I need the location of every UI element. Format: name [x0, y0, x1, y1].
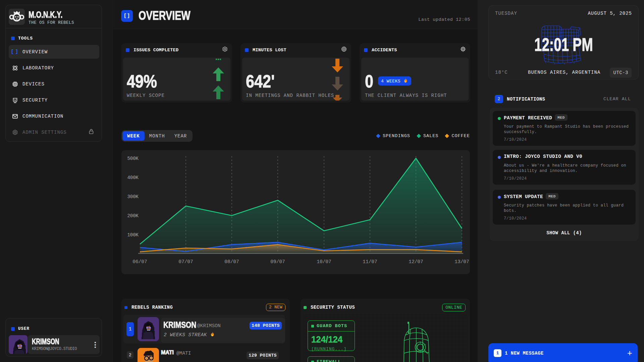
- svg-text:100K: 100K: [127, 232, 139, 238]
- svg-text:500K: 500K: [127, 156, 139, 161]
- svg-text:12/07: 12/07: [409, 259, 423, 264]
- svg-text:400K: 400K: [127, 175, 139, 180]
- svg-text:13/07: 13/07: [454, 259, 469, 264]
- svg-text:10/07: 10/07: [317, 259, 331, 264]
- svg-text:08/07: 08/07: [224, 259, 239, 264]
- svg-text:07/07: 07/07: [178, 259, 193, 264]
- svg-text:06/07: 06/07: [132, 259, 147, 264]
- svg-text:300K: 300K: [127, 194, 139, 199]
- svg-text:11/07: 11/07: [363, 259, 377, 264]
- svg-text:09/07: 09/07: [270, 259, 285, 264]
- svg-text:200K: 200K: [127, 213, 139, 219]
